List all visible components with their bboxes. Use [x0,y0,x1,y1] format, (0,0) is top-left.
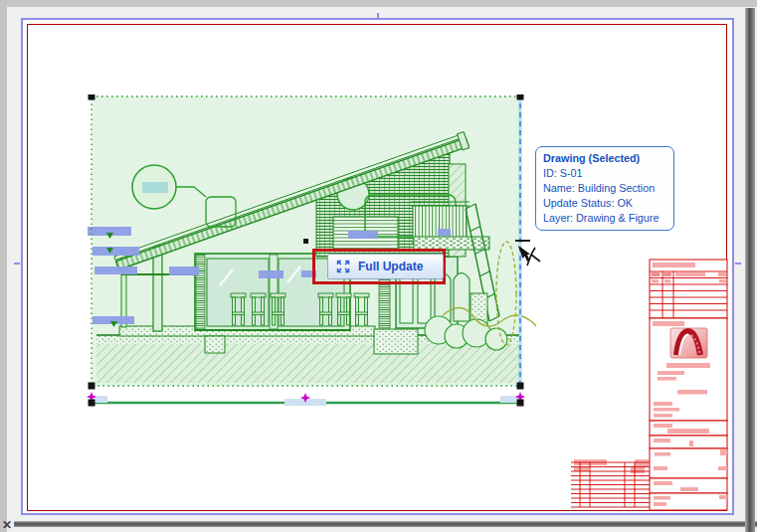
footing-right [374,329,418,354]
callout-label [142,182,168,193]
tooltip-title: Drawing (Selected) [543,151,666,166]
full-update-label: Full Update [358,260,423,273]
tooltip-line-name: Name: Building Section [543,181,666,196]
layout-origin-marker: ✕ [2,518,12,532]
full-update-button[interactable]: Full Update [327,254,444,279]
paper-midpoint-tick-right [735,263,741,265]
tooltip-line-id: ID: S-01 [543,166,666,181]
hotspot-diamonds[interactable] [87,392,525,403]
window-left-edge [0,0,7,532]
drawing-info-tooltip: Drawing (Selected) ID: S-01 Name: Buildi… [535,146,674,231]
paper-shadow-right [745,8,755,532]
titleblock[interactable] [571,259,730,512]
archicad-layout-window: { "window": { "origin_marker": "✕" }, "t… [0,0,757,532]
tooltip-line-layer: Layer: Drawing & Figure [543,211,666,226]
revision-table [571,459,650,507]
paper-shadow-bottom [14,521,757,527]
update-arrows-icon [335,259,351,274]
paper-midpoint-tick-left [14,263,20,265]
tooltip-line-status: Update Status: OK [543,196,666,211]
window-top-edge [0,0,757,7]
footing-left [205,336,225,353]
paper-midpoint-tick-top [377,13,379,19]
archicad-logo [670,328,707,358]
